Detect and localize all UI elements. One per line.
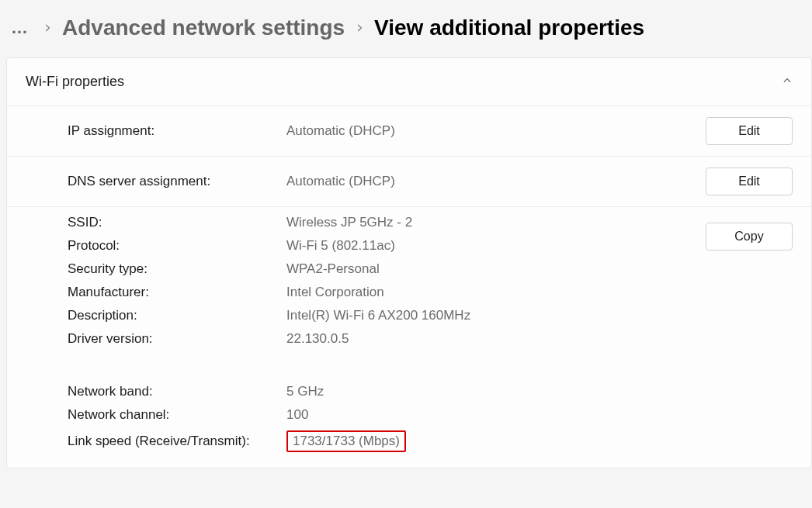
dns-assignment-edit-button[interactable]: Edit: [706, 168, 793, 195]
network-channel-label: Network channel:: [68, 407, 286, 423]
manufacturer-value: Intel Corporation: [286, 285, 793, 300]
ip-assignment-edit-button[interactable]: Edit: [706, 117, 793, 145]
ip-assignment-label: IP assignment:: [68, 123, 286, 139]
description-label: Description:: [68, 308, 286, 323]
dns-assignment-label: DNS server assignment:: [68, 174, 286, 189]
security-type-value: WPA2-Personal: [286, 261, 793, 277]
ip-assignment-row: IP assignment: Automatic (DHCP) Edit: [7, 105, 811, 156]
details-spacer: [68, 354, 793, 376]
chevron-up-icon: [782, 75, 793, 88]
network-channel-value: 100: [286, 407, 793, 423]
protocol-label: Protocol:: [68, 238, 286, 254]
manufacturer-label: Manufacturer:: [68, 285, 286, 300]
link-speed-value: 1733/1733 (Mbps): [286, 430, 406, 452]
ip-assignment-value: Automatic (DHCP): [286, 123, 706, 139]
network-details-block: Copy SSID: Wireless JP 5GHz - 2 Protocol…: [7, 206, 811, 468]
breadcrumb-overflow-button[interactable]: …: [8, 18, 33, 38]
network-band-label: Network band:: [68, 384, 286, 399]
wifi-properties-header[interactable]: Wi-Fi properties: [7, 58, 811, 105]
breadcrumb: … Advanced network settings View additio…: [0, 0, 812, 54]
ssid-label: SSID:: [68, 215, 286, 230]
driver-version-value: 22.130.0.5: [286, 331, 793, 347]
dns-assignment-row: DNS server assignment: Automatic (DHCP) …: [7, 156, 811, 206]
chevron-right-icon: [354, 22, 365, 33]
card-title: Wi-Fi properties: [26, 74, 124, 90]
description-value: Intel(R) Wi-Fi 6 AX200 160MHz: [286, 308, 793, 323]
copy-button[interactable]: Copy: [706, 223, 793, 251]
dns-assignment-value: Automatic (DHCP): [286, 174, 706, 189]
wifi-properties-card: Wi-Fi properties IP assignment: Automati…: [6, 57, 812, 468]
driver-version-label: Driver version:: [68, 331, 286, 347]
security-type-label: Security type:: [68, 261, 286, 277]
network-band-value: 5 GHz: [286, 384, 793, 399]
chevron-right-icon: [42, 22, 53, 33]
link-speed-label: Link speed (Receive/Transmit):: [68, 434, 286, 449]
breadcrumb-current: View additional properties: [374, 16, 644, 40]
breadcrumb-parent-link[interactable]: Advanced network settings: [62, 16, 345, 40]
link-speed-value-container: 1733/1733 (Mbps): [286, 430, 793, 452]
